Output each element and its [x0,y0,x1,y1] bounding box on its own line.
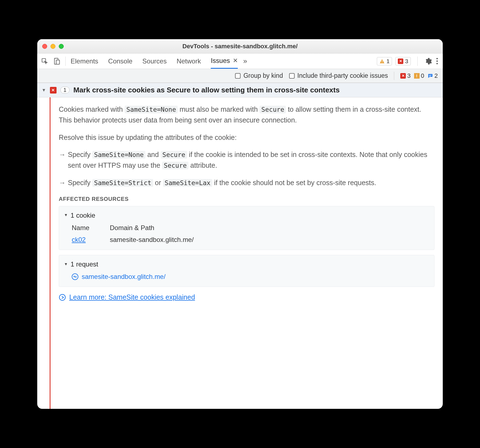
issue-bullet-1: → Specify SameSite=None and Secure if th… [59,149,434,171]
cookies-header[interactable]: ▼ 1 cookie [64,210,429,220]
more-options-icon[interactable] [435,57,439,65]
tab-console[interactable]: Console [108,54,132,69]
cookie-row: ck02 samesite-sandbox.glitch.me/ [72,234,429,245]
warnings-badge[interactable]: 1 [377,57,392,65]
requests-header[interactable]: ▼ 1 request [64,259,429,269]
request-url-link[interactable]: samesite-sandbox.glitch.me/ [82,271,166,282]
filter-message-count[interactable]: 2 [428,72,438,79]
disclosure-triangle-icon: ▼ [64,261,68,267]
tab-network[interactable]: Network [177,54,201,69]
issue-body: Cookies marked with SameSite=None must a… [37,97,443,409]
cookie-domain: samesite-sandbox.glitch.me/ [110,234,194,245]
issue-header-row[interactable]: ▼ ✕ 1 Mark cross-site cookies as Secure … [37,83,443,97]
message-icon [428,73,433,79]
request-row: samesite-sandbox.glitch.me/ [72,271,429,282]
tab-elements[interactable]: Elements [71,54,98,69]
filter-error-count[interactable]: ✕ 3 [400,72,410,79]
issue-description-p2: Resolve this issue by updating the attri… [59,132,434,143]
error-icon: ✕ [400,73,406,79]
arrow-right-icon: → [59,149,66,171]
col-domain-path: Domain & Path [110,223,154,233]
col-name: Name [72,223,97,233]
error-icon: ✕ [398,58,403,64]
errors-badge[interactable]: ✕ 3 [395,57,411,65]
disclosure-triangle-icon[interactable]: ▼ [42,88,46,93]
learn-more-icon [59,294,66,301]
svg-rect-2 [56,60,60,64]
window-title: DevTools - samesite-sandbox.glitch.me/ [37,43,443,50]
arrow-right-icon: → [59,177,66,188]
affected-cookies-box: ▼ 1 cookie Name Domain & Path ck02 sames… [59,206,434,250]
issue-count-badge: 1 [60,87,70,94]
device-toggle-icon[interactable] [53,58,60,65]
issue-description-p1: Cookies marked with SameSite=None must a… [59,104,434,126]
disclosure-triangle-icon: ▼ [64,212,68,218]
svg-rect-5 [429,75,432,75]
error-icon: ✕ [50,87,57,94]
severity-indicator [50,97,50,409]
svg-rect-4 [382,62,382,63]
learn-more-link[interactable]: Learn more: SameSite cookies explained [69,292,195,303]
svg-rect-3 [382,60,382,62]
include-third-party-label: Include third-party cookie issues [297,72,388,79]
close-icon[interactable]: ✕ [233,57,238,64]
issue-title: Mark cross-site cookies as Secure to all… [73,86,340,94]
svg-rect-6 [429,76,431,76]
svg-point-7 [59,294,65,300]
cookie-name-link[interactable]: ck02 [72,236,86,243]
main-toolbar: Elements Console Sources Network Issues … [37,54,443,69]
filter-warning-count[interactable]: ! 0 [414,72,424,79]
issue-bullet-2: → Specify SameSite=Strict or SameSite=La… [59,177,434,188]
affected-requests-box: ▼ 1 request samesite-sandbox.glitch.me/ [59,255,434,287]
tab-issues[interactable]: Issues ✕ [211,54,238,69]
issues-filter-bar: Group by kind Include third-party cookie… [37,69,443,83]
tabs-overflow-icon[interactable]: » [243,57,247,65]
devtools-window: DevTools - samesite-sandbox.glitch.me/ E… [37,39,443,409]
cookies-table-header: Name Domain & Path [72,223,429,233]
learn-more-row: Learn more: SameSite cookies explained [59,292,434,303]
window-close-button[interactable] [42,44,47,49]
warning-icon [379,58,385,64]
window-zoom-button[interactable] [59,44,64,49]
errors-count: 3 [405,58,408,65]
warning-square-icon: ! [414,73,420,79]
tab-sources[interactable]: Sources [142,54,167,69]
include-third-party-checkbox[interactable]: Include third-party cookie issues [289,72,388,79]
warnings-count: 1 [386,58,390,65]
network-request-icon [72,273,78,280]
settings-gear-icon[interactable] [424,57,432,65]
panel-tabs: Elements Console Sources Network Issues … [71,54,238,69]
group-by-kind-label: Group by kind [243,72,283,79]
titlebar: DevTools - samesite-sandbox.glitch.me/ [37,39,443,54]
window-minimize-button[interactable] [50,44,55,49]
inspect-element-icon[interactable] [41,58,48,65]
group-by-kind-checkbox[interactable]: Group by kind [235,72,283,79]
affected-resources-label: Affected Resources [59,195,434,203]
